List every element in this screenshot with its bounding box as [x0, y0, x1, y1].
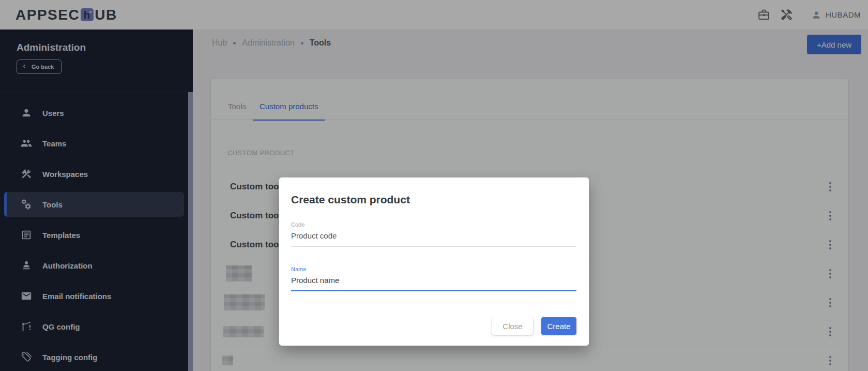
field-name: Name — [291, 266, 576, 291]
modal-title: Create custom product — [291, 194, 576, 206]
modal-fields: CodeName — [279, 221, 589, 291]
field-underline — [291, 272, 576, 291]
create-product-modal: Create custom product CodeName Close Cre… — [279, 177, 589, 346]
modal-actions: Close Create — [492, 317, 576, 335]
code-input[interactable] — [291, 231, 576, 240]
close-button[interactable]: Close — [492, 317, 533, 335]
app-root: APPSEC h UB HUBADM Administration Go bac… — [0, 0, 868, 371]
name-input[interactable] — [291, 276, 576, 285]
create-button[interactable]: Create — [541, 317, 576, 335]
field-label: Name — [291, 266, 576, 272]
field-code: Code — [291, 221, 576, 247]
field-underline — [291, 228, 576, 247]
field-label: Code — [291, 221, 576, 228]
